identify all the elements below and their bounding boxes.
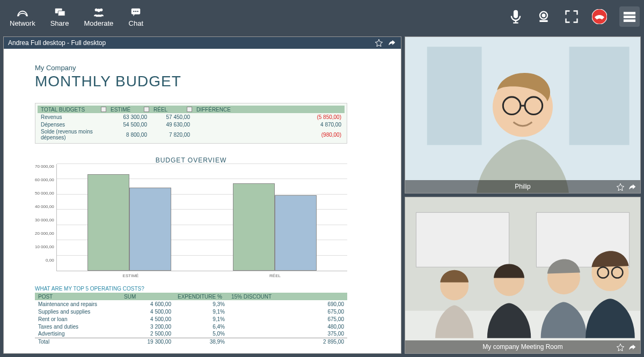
workspace: Andrea Full desktop - Full desktop My Co… [0,33,644,357]
menu-icon [622,9,637,24]
network-icon [15,6,30,18]
panel-title: Andrea Full desktop - Full desktop [8,39,106,47]
chart-title: BUDGET OVERVIEW [35,157,347,164]
forward-button[interactable] [387,38,397,48]
svg-point-4 [97,9,100,12]
fullscreen-button[interactable] [564,9,580,25]
budget-chart: BUDGET OVERVIEW 70 000,0060 000,00 50 00… [35,157,347,278]
company-name: My Company [35,64,386,72]
participant-name: Philip [405,180,640,193]
camera-icon [536,9,551,24]
hangup-button[interactable] [591,9,608,25]
doc-title: MONTHLY BUDGET [35,73,386,90]
chart-yaxis: 70 000,0060 000,00 50 000,0040 000,00 30… [35,164,56,271]
moderate-label: Moderate [84,19,113,27]
video-tile-philip[interactable]: Philip [405,36,641,194]
chart-bar [129,188,171,271]
col-reel: RÉEL [153,107,167,113]
budgets-table: TOTAL BUDGETS ESTIMÉ RÉEL DIFFÉRENCE Rev… [35,103,347,144]
svg-point-11 [542,14,545,17]
share-icon [52,6,67,18]
star-icon [616,183,625,191]
chat-icon [128,6,143,18]
costs-question: WHAT ARE MY TOP 5 OPERATING COSTS? [35,286,386,292]
avatar [405,37,640,193]
hangup-icon [592,9,607,24]
shared-document: My Company MONTHLY BUDGET TOTAL BUDGETS … [4,49,401,353]
camera-button[interactable] [536,9,552,25]
shared-screen-panel: Andrea Full desktop - Full desktop My Co… [3,36,401,354]
dropdown-icon[interactable] [144,107,149,112]
chart-bar [233,183,275,271]
table-row: Solde (revenus moins dépenses)8 800,007 … [38,128,345,141]
moderate-button[interactable]: Moderate [84,6,113,27]
network-label: Network [10,19,35,27]
svg-rect-15 [624,20,635,22]
toolbar-right [508,6,640,27]
table-row: Dépenses54 500,0049 630,004 870,00 [38,121,345,128]
xlabel: ESTIMÉ [58,271,203,278]
col-total: TOTAL BUDGETS [41,107,85,113]
participant-name: My company Meeting Room [405,340,640,353]
dropdown-icon[interactable] [187,107,192,112]
chart-bar [275,195,317,271]
xlabel: RÉEL [203,271,347,278]
costs-table: POST SUM EXPENDITURE % 15% DISCOUNT Main… [35,293,347,345]
table-row: Rent or loan4 500,009,1%675,00 [35,315,347,323]
forward-icon [387,39,396,47]
svg-rect-25 [416,212,509,267]
svg-rect-14 [624,16,635,18]
menu-button[interactable] [619,6,640,27]
star-button[interactable] [616,182,625,192]
chat-button[interactable]: Chat [128,6,143,27]
star-button[interactable] [616,343,625,352]
chat-label: Chat [129,19,143,27]
svg-rect-17 [427,47,482,145]
svg-point-7 [135,10,136,11]
share-button[interactable]: Share [50,6,69,27]
col-diff: DIFFÉRENCE [196,107,231,113]
svg-point-8 [137,10,138,11]
table-row: Taxes and duties3 200,006,4%480,00 [35,323,347,330]
forward-button[interactable] [627,343,637,352]
microphone-icon [508,9,523,24]
svg-rect-9 [514,10,518,18]
table-row: Advertising2 500,005,0%375,00 [35,330,347,338]
star-icon [375,39,383,47]
dropdown-icon[interactable] [101,107,106,112]
svg-rect-13 [624,12,635,14]
col-est: ESTIMÉ [111,107,130,113]
moderate-icon [91,6,106,18]
svg-rect-1 [58,11,65,16]
star-icon [616,343,625,352]
share-label: Share [50,19,69,27]
star-button[interactable] [374,38,384,48]
table-row: Revenus63 300,0057 450,00(5 850,00) [38,113,345,121]
forward-button[interactable] [627,182,637,192]
table-row: Maintenance and repairs4 600,009,3%690,0… [35,300,347,308]
table-row: Supplies and supplies4 500,009,1%675,00 [35,308,347,315]
forward-icon [628,343,636,352]
avatar [405,197,640,353]
svg-point-6 [133,10,134,11]
microphone-button[interactable] [508,9,524,25]
app-toolbar: Network Share Moderate Chat [0,0,644,33]
chart-bar [87,174,129,271]
table-row-total: Total19 300,0038,9%2 895,00 [35,338,347,345]
svg-rect-18 [569,47,630,145]
forward-icon [628,183,636,191]
toolbar-left: Network Share Moderate Chat [10,6,143,27]
video-sidebar: Philip [405,36,641,354]
panel-header: Andrea Full desktop - Full desktop [4,37,401,49]
chart-plot [56,164,347,271]
network-button[interactable]: Network [10,6,35,27]
video-tile-meeting-room[interactable]: My company Meeting Room [405,197,641,354]
fullscreen-icon [564,9,579,24]
